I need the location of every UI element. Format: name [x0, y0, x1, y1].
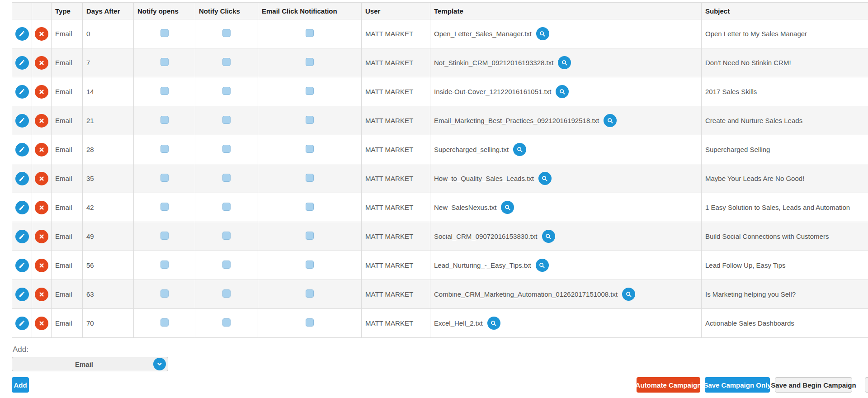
subject-column-header: Subject: [702, 3, 868, 19]
magnifier-icon: [607, 117, 614, 124]
template-name: Not_Stinkin_CRM_09212016193328.txt: [434, 59, 553, 66]
subject-cell: 1 Easy Solution to Sales, Leads and Auto…: [702, 193, 868, 222]
notify-opens-checkbox[interactable]: [160, 174, 169, 182]
days-after-cell: 0: [83, 19, 134, 48]
preview-template-button[interactable]: [604, 114, 617, 127]
preview-template-button[interactable]: [536, 259, 549, 272]
notify-opens-checkbox[interactable]: [160, 87, 169, 95]
notify-opens-checkbox[interactable]: [160, 318, 169, 327]
table-row: Email 21 MATT MARKET Email_Marketing_Bes…: [12, 106, 868, 135]
delete-step-button[interactable]: [35, 288, 48, 301]
edit-step-button[interactable]: [15, 114, 29, 128]
preview-template-button[interactable]: [501, 201, 514, 214]
select-chevron-button[interactable]: [153, 358, 166, 370]
notify-clicks-checkbox[interactable]: [222, 203, 231, 211]
email-click-notification-checkbox[interactable]: [306, 203, 314, 211]
notify-clicks-checkbox[interactable]: [222, 29, 231, 37]
pencil-icon: [19, 204, 25, 211]
x-icon: [38, 320, 45, 327]
edit-step-button[interactable]: [15, 230, 29, 243]
subject-cell: Lead Follow Up, Easy Tips: [702, 251, 868, 280]
email-click-notification-checkbox[interactable]: [306, 174, 314, 182]
notify-clicks-checkbox[interactable]: [222, 145, 231, 153]
notify-clicks-checkbox[interactable]: [222, 58, 231, 66]
subject-cell: Actionable Sales Dashboards: [702, 309, 868, 338]
preview-template-button[interactable]: [487, 317, 500, 330]
delete-step-button[interactable]: [35, 56, 48, 70]
notify-clicks-checkbox[interactable]: [222, 261, 231, 269]
magnifier-icon: [625, 291, 632, 298]
chevron-down-icon: [156, 360, 163, 368]
magnifier-icon: [541, 175, 548, 182]
notify-opens-checkbox[interactable]: [160, 232, 169, 240]
notify-opens-checkbox[interactable]: [160, 289, 169, 298]
cutoff-button[interactable]: [865, 377, 868, 393]
user-cell: MATT MARKET: [362, 48, 430, 77]
pencil-icon: [19, 320, 25, 327]
delete-step-button[interactable]: [35, 317, 48, 330]
save-and-begin-campaign-button[interactable]: Save and Begin Campaign: [775, 377, 852, 393]
automate-campaign-button[interactable]: Automate Campaign: [637, 377, 700, 393]
pencil-icon: [19, 233, 25, 240]
preview-template-button[interactable]: [513, 143, 526, 156]
notify-opens-checkbox[interactable]: [160, 203, 169, 211]
campaign-steps-table-wrap: Type Days After Notify opens Notify Clic…: [12, 2, 868, 338]
preview-template-button[interactable]: [558, 56, 571, 69]
add-type-select[interactable]: Email: [12, 357, 168, 371]
magnifier-icon: [561, 59, 568, 66]
edit-column-header: [12, 3, 32, 19]
notify-clicks-checkbox[interactable]: [222, 87, 231, 95]
notify-opens-checkbox[interactable]: [160, 58, 169, 66]
email-click-notification-checkbox[interactable]: [306, 87, 314, 95]
delete-step-button[interactable]: [35, 114, 48, 128]
edit-step-button[interactable]: [15, 259, 29, 272]
delete-step-button[interactable]: [35, 230, 48, 243]
preview-template-button[interactable]: [542, 230, 555, 243]
add-button[interactable]: Add: [12, 377, 29, 393]
delete-step-button[interactable]: [35, 85, 48, 99]
preview-template-button[interactable]: [536, 27, 549, 40]
delete-step-button[interactable]: [35, 143, 48, 156]
table-header-row: Type Days After Notify opens Notify Clic…: [12, 3, 868, 19]
email-click-notification-checkbox[interactable]: [306, 29, 314, 37]
notify-opens-checkbox[interactable]: [160, 116, 169, 124]
template-name: New_SalesNexus.txt: [434, 204, 496, 211]
preview-template-button[interactable]: [622, 288, 635, 301]
edit-step-button[interactable]: [15, 201, 29, 214]
notify-opens-checkbox[interactable]: [160, 145, 169, 153]
edit-step-button[interactable]: [15, 56, 29, 70]
template-name: Social_CRM_09072016153830.txt: [434, 232, 538, 240]
email-click-notification-checkbox[interactable]: [306, 58, 314, 66]
delete-step-button[interactable]: [35, 27, 48, 41]
preview-template-button[interactable]: [556, 85, 569, 98]
edit-step-button[interactable]: [15, 172, 29, 185]
preview-template-button[interactable]: [538, 172, 552, 185]
delete-column-header: [32, 3, 52, 19]
notify-clicks-checkbox[interactable]: [222, 174, 231, 182]
delete-step-button[interactable]: [35, 172, 48, 185]
edit-step-button[interactable]: [15, 288, 29, 301]
notify-clicks-checkbox[interactable]: [222, 318, 231, 327]
campaign-editor-page: Type Days After Notify opens Notify Clic…: [0, 0, 868, 398]
user-cell: MATT MARKET: [362, 77, 430, 106]
email-click-notification-checkbox[interactable]: [306, 116, 314, 124]
edit-step-button[interactable]: [15, 143, 29, 156]
delete-step-button[interactable]: [35, 201, 48, 214]
email-click-notification-checkbox[interactable]: [306, 232, 314, 240]
save-campaign-only-button[interactable]: Save Campaign Only: [705, 377, 770, 393]
type-cell: Email: [52, 222, 83, 251]
edit-step-button[interactable]: [15, 27, 29, 41]
notify-opens-checkbox[interactable]: [160, 261, 169, 269]
edit-step-button[interactable]: [15, 317, 29, 330]
delete-step-button[interactable]: [35, 259, 48, 272]
notify-clicks-checkbox[interactable]: [222, 116, 231, 124]
email-click-notification-checkbox[interactable]: [306, 289, 314, 298]
edit-step-button[interactable]: [15, 85, 29, 99]
notify-clicks-checkbox[interactable]: [222, 232, 231, 240]
type-column-header: Type: [52, 3, 83, 19]
email-click-notification-checkbox[interactable]: [306, 318, 314, 327]
notify-opens-checkbox[interactable]: [160, 29, 169, 37]
email-click-notification-checkbox[interactable]: [306, 261, 314, 269]
email-click-notification-checkbox[interactable]: [306, 145, 314, 153]
notify-clicks-checkbox[interactable]: [222, 289, 231, 298]
